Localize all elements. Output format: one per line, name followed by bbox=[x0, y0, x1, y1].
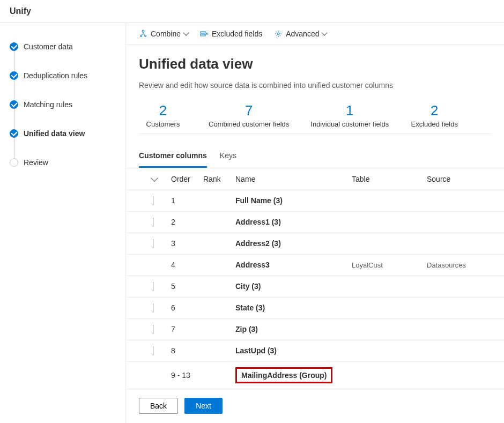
step-label: Unified data view bbox=[24, 129, 85, 138]
name-cell: Zip (3) bbox=[235, 325, 352, 333]
step-list: Customer data Deduplication rules Matchi… bbox=[10, 36, 117, 173]
step-matching-rules[interactable]: Matching rules bbox=[10, 94, 117, 115]
stat-value: 2 bbox=[410, 102, 458, 119]
step-label: Matching rules bbox=[24, 100, 72, 109]
table-row[interactable]: 8LastUpd (3) bbox=[126, 340, 504, 362]
col-rank[interactable]: Rank bbox=[203, 175, 235, 183]
expand-icon[interactable] bbox=[153, 346, 153, 355]
table-row[interactable]: 1Full Name (3) bbox=[126, 190, 504, 212]
chevron-down-icon bbox=[322, 29, 328, 35]
step-label: Review bbox=[24, 158, 48, 167]
stat-value: 2 bbox=[139, 102, 187, 119]
table-row[interactable]: 7Zip (3) bbox=[126, 319, 504, 340]
name-cell: Address3 bbox=[235, 261, 352, 269]
step-unified-data-view[interactable]: Unified data view bbox=[10, 123, 117, 144]
tab-customer-columns[interactable]: Customer columns bbox=[139, 145, 207, 168]
svg-point-0 bbox=[142, 30, 144, 32]
name-cell: Full Name (3) bbox=[235, 196, 352, 205]
excluded-fields-button[interactable]: Excluded fields bbox=[200, 29, 262, 38]
source-cell: Datasources bbox=[427, 261, 491, 269]
stats-row: 2 Customers 7 Combined customer fields 1… bbox=[139, 102, 491, 134]
order-cell: 8 bbox=[171, 346, 203, 355]
table-row[interactable]: 2Address1 (3) bbox=[126, 212, 504, 233]
step-done-icon bbox=[10, 71, 18, 80]
stat-value: 1 bbox=[310, 102, 389, 119]
order-cell: 7 bbox=[171, 325, 203, 333]
toolbar: Combine Excluded fields Advanced bbox=[126, 23, 504, 45]
app-header: Unify bbox=[0, 0, 504, 23]
tab-keys[interactable]: Keys bbox=[220, 145, 236, 168]
stat-label: Excluded fields bbox=[410, 120, 458, 129]
expand-icon[interactable] bbox=[153, 282, 153, 291]
name-cell: LastUpd (3) bbox=[235, 346, 352, 355]
svg-point-5 bbox=[277, 33, 279, 35]
order-cell: 2 bbox=[171, 218, 203, 226]
sidebar: Customer data Deduplication rules Matchi… bbox=[0, 23, 126, 423]
step-pending-icon bbox=[10, 158, 18, 167]
stat-customers: 2 Customers bbox=[139, 102, 187, 129]
stat-excluded-fields: 2 Excluded fields bbox=[410, 102, 458, 129]
grid: Order Rank Name Table Source 1Full Name … bbox=[126, 168, 504, 389]
main: Combine Excluded fields Advanced Unified… bbox=[126, 23, 504, 423]
expand-icon[interactable] bbox=[153, 218, 153, 227]
collapse-all-icon[interactable] bbox=[151, 174, 158, 182]
step-label: Deduplication rules bbox=[24, 71, 87, 80]
page-description: Review and edit how source data is combi… bbox=[139, 81, 491, 90]
expand-icon[interactable] bbox=[153, 325, 153, 334]
grid-header: Order Rank Name Table Source bbox=[126, 168, 504, 190]
col-name[interactable]: Name bbox=[235, 175, 352, 183]
name-cell: City (3) bbox=[235, 282, 352, 291]
stat-label: Combined customer fields bbox=[209, 120, 289, 129]
col-table[interactable]: Table bbox=[352, 175, 427, 183]
content: Unified data view Review and edit how so… bbox=[126, 45, 504, 138]
expand-cell bbox=[139, 239, 171, 248]
col-order[interactable]: Order bbox=[171, 175, 203, 183]
table-row[interactable]: 5City (3) bbox=[126, 276, 504, 298]
expand-cell bbox=[139, 325, 171, 333]
back-button[interactable]: Back bbox=[139, 398, 178, 414]
name-cell: State (3) bbox=[235, 303, 352, 312]
svg-point-1 bbox=[140, 35, 142, 37]
combine-menu[interactable]: Combine bbox=[139, 29, 188, 38]
stat-individual-fields: 1 Individual customer fields bbox=[310, 102, 389, 129]
svg-point-2 bbox=[145, 35, 146, 37]
combine-label: Combine bbox=[151, 29, 181, 38]
table-row[interactable]: 4Address3LoyalCustDatasources bbox=[126, 255, 504, 276]
table-cell: LoyalCust bbox=[352, 261, 427, 269]
next-button[interactable]: Next bbox=[184, 398, 223, 414]
name-cell: Address2 (3) bbox=[235, 239, 352, 248]
col-source[interactable]: Source bbox=[427, 175, 491, 183]
expand-icon[interactable] bbox=[153, 303, 153, 313]
step-label: Customer data bbox=[24, 42, 73, 51]
stat-value: 7 bbox=[209, 102, 289, 119]
expand-icon[interactable] bbox=[153, 196, 153, 205]
stat-label: Individual customer fields bbox=[310, 120, 389, 129]
order-cell: 1 bbox=[171, 196, 203, 205]
app-title: Unify bbox=[10, 6, 31, 16]
gear-icon bbox=[274, 29, 283, 38]
step-dedup-rules[interactable]: Deduplication rules bbox=[10, 65, 117, 86]
name-cell: MailingAddress (Group) bbox=[235, 367, 352, 383]
order-cell: 3 bbox=[171, 239, 203, 248]
tabs: Customer columns Keys bbox=[126, 145, 504, 168]
expand-cell bbox=[139, 218, 171, 226]
combine-icon bbox=[139, 29, 147, 38]
expand-icon[interactable] bbox=[153, 239, 153, 248]
expand-cell bbox=[139, 196, 171, 205]
step-done-icon bbox=[10, 129, 18, 138]
advanced-menu[interactable]: Advanced bbox=[274, 29, 327, 38]
stat-label: Customers bbox=[139, 120, 187, 129]
order-cell: 5 bbox=[171, 282, 203, 291]
table-row[interactable]: 6State (3) bbox=[126, 298, 504, 319]
step-review[interactable]: Review bbox=[10, 152, 117, 173]
excluded-label: Excluded fields bbox=[212, 29, 262, 38]
expand-cell bbox=[139, 282, 171, 291]
table-row[interactable]: 9 - 13MailingAddress (Group) bbox=[126, 362, 504, 389]
svg-rect-4 bbox=[201, 34, 205, 36]
expand-cell bbox=[139, 346, 171, 355]
order-cell: 6 bbox=[171, 303, 203, 312]
step-done-icon bbox=[10, 100, 18, 109]
step-customer-data[interactable]: Customer data bbox=[10, 36, 117, 57]
table-row[interactable]: 3Address2 (3) bbox=[126, 233, 504, 255]
svg-rect-3 bbox=[201, 32, 205, 33]
